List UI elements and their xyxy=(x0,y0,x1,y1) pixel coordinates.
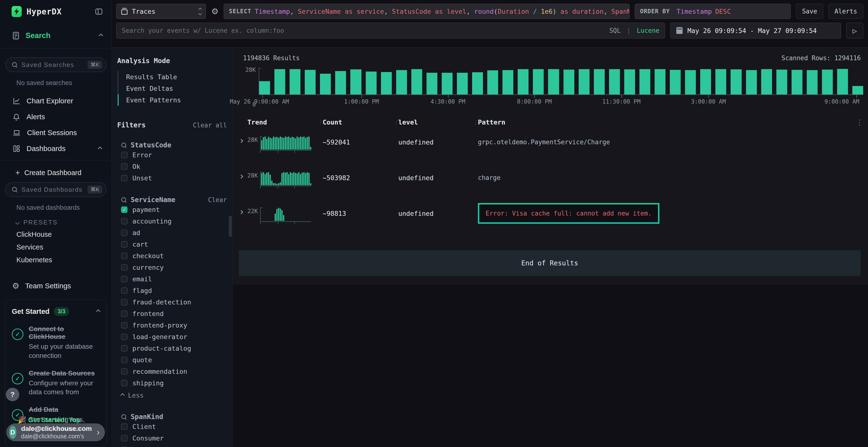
checkbox[interactable] xyxy=(121,230,128,236)
filter-option-frontend-proxy[interactable]: frontend-proxy xyxy=(121,319,227,331)
pattern-row-2[interactable]: 28K~503982undefinedcharge xyxy=(239,172,863,198)
checkbox[interactable] xyxy=(121,368,128,375)
checkbox[interactable] xyxy=(121,264,128,271)
checkbox[interactable] xyxy=(121,218,128,225)
checkbox[interactable] xyxy=(121,163,128,170)
checkbox[interactable] xyxy=(121,253,128,259)
checkbox[interactable] xyxy=(121,334,128,340)
sidebar-item-chart-explorer[interactable]: Chart Explorer xyxy=(5,93,106,109)
filter-option-load-generator[interactable]: load-generator xyxy=(121,331,227,342)
analysis-mode-option-results-table[interactable]: Results Table xyxy=(118,71,227,82)
filter-option-frontend[interactable]: frontend xyxy=(121,308,227,319)
lang-sql[interactable]: SQL xyxy=(609,27,621,34)
user-menu[interactable]: D dale@clickhouse.com dale@clickhouse.co… xyxy=(6,423,105,441)
order-by-input[interactable]: ORDER BY Timestamp DESC xyxy=(635,4,790,19)
row-expand-chevron-icon[interactable] xyxy=(239,139,243,143)
events-histogram[interactable]: 28K 0 May 26 9:00:00 AM1:00:00 PM4:30:00… xyxy=(236,68,863,105)
filter-option-quote[interactable]: quote xyxy=(121,354,227,366)
column-handle-icon[interactable]: ⋮ xyxy=(393,119,399,126)
collapse-group-button[interactable]: Less xyxy=(121,390,227,401)
presets-toggle[interactable]: PRESETS xyxy=(16,219,106,226)
sidebar-item-dashboards[interactable]: Dashboards xyxy=(5,141,106,157)
filter-option-consumer[interactable]: Consumer xyxy=(121,432,227,444)
filter-option-checkout[interactable]: checkout xyxy=(121,250,227,262)
preset-clickhouse[interactable]: ClickHouse xyxy=(5,228,106,241)
help-button[interactable]: ? xyxy=(6,388,19,401)
analysis-mode-option-event-patterns[interactable]: Event Patterns xyxy=(118,94,227,106)
clear-all-filters-button[interactable]: Clear all xyxy=(193,122,227,129)
filter-option-cart[interactable]: cart xyxy=(121,238,227,250)
filter-option-accounting[interactable]: accounting xyxy=(121,215,227,227)
filter-option-recommendation[interactable]: recommendation xyxy=(121,366,227,377)
checkbox[interactable] xyxy=(121,345,128,352)
filter-option-product-catalog[interactable]: product-catalog xyxy=(121,342,227,354)
filter-option-fraud-detection[interactable]: fraud-detection xyxy=(121,296,227,308)
get-started-step-sources[interactable]: ✓ Create Data Sources Configure where yo… xyxy=(12,370,100,397)
sidebar-item-alerts[interactable]: Alerts xyxy=(5,109,106,125)
checkbox[interactable] xyxy=(121,241,128,248)
filter-option-ok[interactable]: Ok xyxy=(121,161,227,172)
checkbox[interactable] xyxy=(121,435,128,442)
checkbox[interactable] xyxy=(121,287,128,294)
col-level[interactable]: ⋮level xyxy=(398,118,478,126)
collapse-label: Less xyxy=(128,391,144,399)
filter-option-unset[interactable]: Unset xyxy=(121,172,227,184)
filter-panel-scrollbar[interactable] xyxy=(229,216,232,237)
column-handle-icon[interactable]: ⋮ xyxy=(472,119,478,126)
filter-option-flagd[interactable]: flagd xyxy=(121,285,227,296)
checkbox[interactable]: ✓ xyxy=(121,206,128,213)
row-expand-chevron-icon[interactable] xyxy=(239,210,243,214)
saved-dashboards-input[interactable]: Saved Dashboards ⌘K xyxy=(5,182,106,197)
checkbox[interactable] xyxy=(121,152,128,158)
filter-option-internal[interactable]: Internal xyxy=(121,444,227,447)
get-started-step-connect[interactable]: ✓ Connect to ClickHouse Set up your data… xyxy=(12,325,100,360)
sql-select-input[interactable]: SELECT Timestamp, ServiceName as service… xyxy=(224,4,629,19)
checkbox[interactable] xyxy=(121,276,128,282)
col-trend[interactable]: Trend xyxy=(247,118,322,126)
row-expand-chevron-icon[interactable] xyxy=(239,175,243,179)
sidebar-item-client-sessions[interactable]: Client Sessions xyxy=(5,125,106,141)
preset-kubernetes[interactable]: Kubernetes xyxy=(5,253,106,266)
col-count[interactable]: ⋮Count xyxy=(322,118,398,126)
filter-option-ad[interactable]: ad xyxy=(121,227,227,238)
filter-option-email[interactable]: email xyxy=(121,273,227,285)
search-input[interactable]: Search your events w/ Lucene ex. column:… xyxy=(116,23,665,38)
source-settings-gear-icon[interactable]: ⚙ xyxy=(211,7,218,15)
column-handle-icon[interactable]: ⋮ xyxy=(317,119,323,126)
filter-option-label: flagd xyxy=(132,287,152,294)
checkbox[interactable] xyxy=(121,299,128,305)
filter-group-header: SpanKind xyxy=(121,413,227,421)
filter-option-shipping[interactable]: shipping xyxy=(121,377,227,389)
checkbox[interactable] xyxy=(121,322,128,329)
preset-services[interactable]: Services xyxy=(5,241,106,253)
checkbox[interactable] xyxy=(121,357,128,363)
analysis-mode-option-event-deltas[interactable]: Event Deltas xyxy=(118,82,227,94)
pattern-row-3[interactable]: 22K~98813undefinedError: Visa cache full… xyxy=(239,207,863,233)
sidebar-item-search[interactable]: Search xyxy=(0,23,112,48)
filter-option-error[interactable]: Error xyxy=(121,149,227,161)
checkbox[interactable] xyxy=(121,380,128,386)
filter-option-currency[interactable]: currency xyxy=(121,262,227,273)
run-query-button[interactable]: ▷ xyxy=(846,23,863,38)
source-selector[interactable]: Traces xyxy=(116,4,206,19)
saved-searches-input[interactable]: Saved Searches ⌘K xyxy=(5,58,106,72)
chevron-up-icon[interactable] xyxy=(96,309,100,314)
lang-lucene[interactable]: Lucene xyxy=(637,27,659,34)
user-team: dale@clickhouse.com's xyxy=(21,433,92,440)
filter-option-payment[interactable]: ✓payment xyxy=(121,204,227,215)
filter-option-client[interactable]: Client xyxy=(121,421,227,432)
col-pattern[interactable]: ⋮Pattern xyxy=(478,118,854,126)
pattern-row-1[interactable]: 28K~592041undefinedgrpc.oteldemo.Payment… xyxy=(239,136,863,162)
save-button[interactable]: Save xyxy=(796,4,823,19)
create-dashboard-button[interactable]: + Create Dashboard xyxy=(5,166,106,180)
sidebar-collapse-icon[interactable] xyxy=(95,7,103,16)
date-range-picker[interactable]: May 26 09:09:54 - May 27 09:09:54 xyxy=(670,23,841,38)
checkbox[interactable] xyxy=(121,175,128,181)
checkbox[interactable] xyxy=(121,310,128,317)
filter-group-clear-button[interactable]: Clear xyxy=(208,196,227,204)
checkbox[interactable] xyxy=(121,423,128,430)
sidebar-item-team-settings[interactable]: ⚙ Team Settings xyxy=(12,282,106,290)
alerts-button[interactable]: Alerts xyxy=(829,4,863,19)
table-menu-icon[interactable]: ⋮ xyxy=(854,118,863,127)
highlighted-error-pattern[interactable]: Error: Visa cache full: cannot add new i… xyxy=(478,203,659,224)
